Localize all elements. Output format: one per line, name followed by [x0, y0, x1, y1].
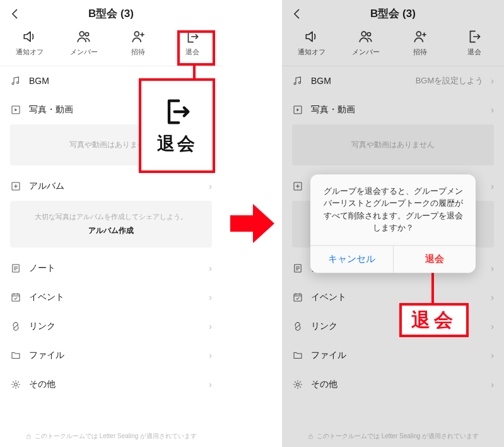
members-icon	[76, 28, 92, 45]
chevron-right-icon: ›	[491, 379, 494, 390]
files-label: ファイル	[29, 350, 201, 361]
page-title: B型会 (3)	[8, 6, 214, 21]
mute-button[interactable]: 通知オフ	[8, 28, 52, 57]
files-row[interactable]: ファイル ›	[0, 341, 222, 370]
svg-point-10	[367, 33, 370, 36]
page-title: B型会 (3)	[290, 6, 496, 21]
footer-note: このトークルームでは Letter Sealing が適用されています	[282, 426, 504, 447]
dialog-cancel-button[interactable]: キャンセル	[310, 246, 394, 273]
album-label: アルバム	[29, 181, 201, 192]
link-icon	[292, 321, 303, 332]
svg-rect-8	[27, 436, 31, 438]
chevron-right-icon: ›	[491, 292, 494, 302]
svg-point-2	[134, 32, 139, 36]
invite-label: 招待	[413, 47, 427, 57]
invite-label: 招待	[131, 47, 145, 57]
svg-point-9	[361, 32, 366, 36]
note-icon	[10, 263, 21, 274]
chevron-right-icon: ›	[209, 292, 212, 302]
confirm-leave-dialog: グループを退会すると、グループメンバーリストとグループトークの履歴がすべて削除さ…	[310, 174, 476, 273]
events-label: イベント	[29, 292, 201, 303]
notes-row[interactable]: ノート ›	[0, 254, 222, 283]
svg-point-7	[15, 383, 18, 386]
leave-icon	[466, 28, 483, 45]
content-area: BGM 写真・動画 › 写真や動画はありません アルバム › 大切な写真はアルバ…	[0, 66, 222, 426]
other-row[interactable]: その他 ›	[282, 370, 504, 399]
chevron-right-icon: ›	[491, 76, 494, 86]
album-row[interactable]: アルバム ›	[0, 172, 222, 201]
mute-label: 通知オフ	[16, 47, 44, 57]
chevron-right-icon: ›	[491, 321, 494, 331]
lock-icon	[25, 433, 32, 440]
chevron-right-icon: ›	[491, 181, 494, 191]
chevron-right-icon: ›	[209, 181, 212, 191]
photos-empty-placeholder: 写真や動画はありません	[10, 124, 212, 165]
chevron-right-icon: ›	[491, 350, 494, 361]
bgm-row[interactable]: BGM BGMを設定しよう ›	[282, 66, 504, 95]
members-icon	[358, 28, 374, 45]
dialog-message: グループを退会すると、グループメンバーリストとグループトークの履歴がすべて削除さ…	[310, 174, 476, 245]
header: B型会 (3)	[282, 0, 504, 25]
bgm-label: BGM	[29, 76, 212, 86]
leave-button[interactable]: 退会	[170, 28, 214, 57]
album-create-action: アルバム作成	[18, 225, 204, 236]
bgm-row[interactable]: BGM	[0, 66, 222, 95]
members-button[interactable]: メンバー	[344, 28, 388, 57]
chevron-right-icon: ›	[209, 105, 212, 115]
calendar-icon	[292, 292, 303, 303]
events-row[interactable]: イベント ›	[0, 283, 222, 312]
dialog-leave-button[interactable]: 退会	[394, 246, 476, 273]
photos-label: 写真・動画	[311, 104, 483, 116]
bgm-hint: BGMを設定しよう	[416, 75, 484, 86]
mute-label: 通知オフ	[298, 47, 325, 57]
svg-point-16	[296, 383, 300, 386]
speaker-icon	[21, 28, 38, 45]
files-row[interactable]: ファイル ›	[282, 341, 504, 370]
svg-point-11	[416, 32, 421, 36]
chevron-right-icon: ›	[491, 105, 494, 115]
invite-button[interactable]: 招待	[398, 28, 442, 57]
chevron-right-icon: ›	[491, 263, 494, 273]
invite-icon	[130, 28, 146, 45]
leave-label: 退会	[467, 47, 481, 57]
bgm-label: BGM	[311, 76, 408, 86]
arrow-indicator	[222, 0, 282, 447]
mute-button[interactable]: 通知オフ	[290, 28, 334, 57]
screen-step-1: B型会 (3) 通知オフ メンバー 招待 退会 BGM	[0, 0, 222, 447]
other-label: その他	[29, 379, 201, 390]
photos-row[interactable]: 写真・動画 ›	[282, 95, 504, 124]
note-icon	[292, 263, 303, 274]
members-button[interactable]: メンバー	[62, 28, 106, 57]
leave-button[interactable]: 退会	[452, 28, 496, 57]
links-row[interactable]: リンク ›	[282, 312, 504, 341]
album-icon	[10, 181, 21, 192]
gear-icon	[292, 379, 303, 390]
play-box-icon	[292, 104, 303, 116]
folder-icon	[10, 350, 21, 361]
chevron-right-icon: ›	[209, 379, 212, 390]
notes-label: ノート	[29, 263, 201, 274]
music-icon	[292, 75, 303, 86]
svg-rect-6	[12, 294, 20, 301]
links-label: リンク	[311, 321, 483, 332]
files-label: ファイル	[311, 350, 483, 361]
events-label: イベント	[311, 292, 483, 303]
members-label: メンバー	[352, 47, 380, 57]
highlight-connector	[193, 66, 196, 78]
play-box-icon	[10, 104, 21, 116]
photos-row[interactable]: 写真・動画 ›	[0, 95, 222, 124]
other-row[interactable]: その他 ›	[0, 370, 222, 399]
link-icon	[10, 321, 21, 332]
events-row[interactable]: イベント ›	[282, 283, 504, 312]
svg-rect-17	[309, 436, 313, 438]
links-row[interactable]: リンク ›	[0, 312, 222, 341]
album-empty-placeholder[interactable]: 大切な写真はアルバムを作成してシェアしよう。 アルバム作成	[10, 201, 212, 247]
lock-icon	[307, 433, 314, 440]
toolbar: 通知オフ メンバー 招待 退会	[0, 25, 222, 66]
chevron-right-icon: ›	[209, 350, 212, 361]
invite-button[interactable]: 招待	[116, 28, 160, 57]
leave-label: 退会	[185, 47, 199, 57]
album-hint: 大切な写真はアルバムを作成してシェアしよう。	[18, 212, 204, 222]
invite-icon	[412, 28, 428, 45]
toolbar: 通知オフ メンバー 招待 退会	[282, 25, 504, 66]
